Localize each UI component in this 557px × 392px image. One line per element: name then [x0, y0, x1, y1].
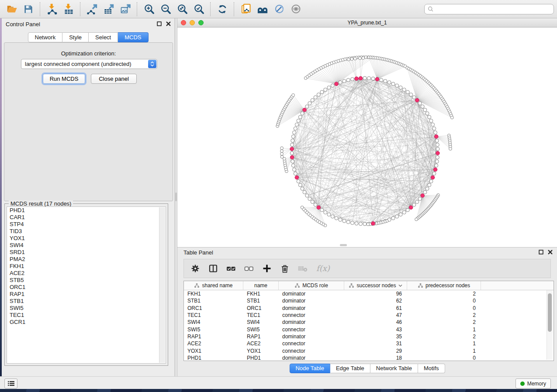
select-all-rows-button[interactable] — [226, 263, 236, 274]
graph-node[interactable] — [412, 96, 416, 99]
graph-node[interactable] — [339, 218, 342, 221]
mcds-result-item[interactable]: SWI5 — [7, 305, 166, 312]
graph-hub-node[interactable] — [335, 82, 339, 86]
graph-node[interactable] — [380, 78, 383, 82]
graph-node[interactable] — [391, 217, 395, 220]
graph-node[interactable] — [399, 86, 402, 89]
mcds-result-item[interactable]: ORC1 — [7, 284, 166, 291]
graph-node[interactable] — [363, 222, 367, 226]
graph-node[interactable] — [331, 215, 334, 218]
zoom-out-button[interactable] — [157, 1, 174, 17]
graph-node[interactable] — [418, 197, 422, 200]
table-row[interactable]: ORC1ORC1dominator610 — [184, 305, 554, 312]
refresh-button[interactable] — [214, 1, 231, 17]
scrollbar-thumb[interactable] — [548, 293, 552, 332]
graph-leaf-node[interactable] — [292, 94, 295, 97]
graph-node[interactable] — [395, 84, 399, 87]
graph-leaf-node[interactable] — [359, 57, 362, 60]
horizontal-splitter-handle[interactable] — [340, 244, 347, 246]
save-session-button[interactable] — [20, 1, 37, 17]
graph-leaf-node[interactable] — [450, 116, 453, 119]
graph-hub-node[interactable] — [290, 147, 294, 151]
graph-node[interactable] — [406, 90, 409, 94]
graph-leaf-node[interactable] — [367, 223, 370, 226]
mcds-result-item[interactable]: SRD1 — [7, 249, 166, 256]
splitter-handle[interactable] — [175, 193, 177, 201]
zoom-fit-button[interactable] — [174, 1, 190, 17]
table-scrollbar[interactable] — [547, 290, 553, 360]
column-header-name[interactable]: name — [243, 281, 279, 290]
export-network-button[interactable] — [84, 1, 100, 17]
graph-node[interactable] — [412, 203, 416, 206]
graph-node[interactable] — [402, 211, 406, 214]
table-row[interactable]: PHD1PHD1dominator180 — [184, 354, 554, 361]
graph-node[interactable] — [293, 131, 296, 134]
graph-node[interactable] — [331, 84, 334, 87]
graph-node[interactable] — [435, 164, 438, 167]
graph-hub-node[interactable] — [431, 175, 435, 179]
mcds-result-item[interactable]: PMA2 — [7, 256, 166, 263]
graph-leaf-node[interactable] — [449, 148, 452, 151]
export-table-button[interactable] — [100, 1, 117, 17]
graph-node[interactable] — [346, 220, 350, 224]
import-network-button[interactable] — [44, 1, 60, 17]
graph-node[interactable] — [327, 86, 331, 89]
graph-hub-node[interactable] — [295, 175, 299, 179]
tab-style[interactable]: Style — [62, 32, 89, 42]
open-file-button[interactable] — [3, 1, 20, 17]
network-graph[interactable] — [177, 28, 557, 248]
column-header-shared-name[interactable]: shared name — [184, 281, 243, 290]
export-image-button[interactable] — [117, 1, 134, 17]
graph-hub-node[interactable] — [359, 76, 363, 80]
graph-leaf-node[interactable] — [353, 57, 356, 60]
memory-button[interactable]: Memory — [515, 378, 551, 389]
table-row[interactable]: SWI5SWI5connector431 — [184, 326, 554, 333]
graph-node[interactable] — [418, 102, 422, 105]
delete-columns-button[interactable] — [280, 263, 290, 274]
graph-hub-node[interactable] — [375, 77, 379, 81]
table-row[interactable]: FKH1FKH1dominator962 — [184, 290, 554, 297]
search-input[interactable] — [436, 5, 554, 14]
float-panel-icon[interactable] — [539, 250, 543, 254]
list-scrollbar[interactable] — [159, 207, 165, 363]
import-table-button[interactable] — [60, 1, 77, 17]
graph-node[interactable] — [291, 143, 294, 147]
zoom-in-button[interactable] — [141, 1, 157, 17]
graph-hub-node[interactable] — [433, 168, 437, 172]
graph-node[interactable] — [317, 93, 320, 96]
close-panel-icon[interactable] — [166, 21, 171, 26]
graph-node[interactable] — [324, 211, 327, 214]
graph-node[interactable] — [351, 221, 354, 225]
task-history-button[interactable] — [4, 378, 17, 389]
graph-node[interactable] — [343, 219, 346, 223]
graph-node[interactable] — [291, 135, 295, 138]
graph-node[interactable] — [339, 81, 342, 84]
graph-node[interactable] — [384, 79, 387, 83]
column-header-predecessor-nodes[interactable]: predecessor nodes — [407, 281, 481, 290]
graph-node[interactable] — [305, 105, 309, 108]
graph-node[interactable] — [297, 119, 300, 123]
run-mcds-button[interactable]: Run MCDS — [43, 74, 85, 84]
graph-node[interactable] — [436, 143, 439, 147]
graph-node[interactable] — [399, 213, 402, 216]
graph-node[interactable] — [311, 99, 314, 102]
graph-leaf-node[interactable] — [280, 155, 284, 158]
graph-leaf-node[interactable] — [347, 58, 350, 61]
graph-node[interactable] — [423, 108, 427, 112]
graph-node[interactable] — [387, 81, 391, 84]
tab-motifs[interactable]: Motifs — [418, 364, 445, 373]
graph-node[interactable] — [431, 123, 435, 126]
graph-node[interactable] — [391, 82, 395, 86]
tab-edge-table[interactable]: Edge Table — [330, 364, 370, 373]
graph-node[interactable] — [426, 112, 429, 115]
optimization-criterion-select[interactable]: largest connected component (undirected) — [21, 59, 157, 69]
graph-hub-node[interactable] — [317, 206, 321, 210]
graph-leaf-node[interactable] — [280, 152, 284, 155]
mcds-result-item[interactable]: SWI4 — [7, 242, 166, 249]
graph-node[interactable] — [432, 127, 436, 130]
graph-leaf-node[interactable] — [301, 206, 304, 209]
mcds-result-item[interactable]: PHD1 — [7, 207, 166, 214]
mcds-result-item[interactable]: GCR1 — [7, 319, 166, 326]
mcds-result-item[interactable]: FKH1 — [7, 263, 166, 270]
graph-node[interactable] — [426, 187, 429, 190]
